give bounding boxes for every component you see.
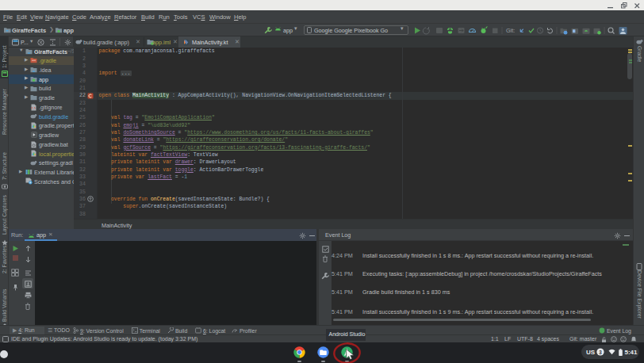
svg-text:3: 3 [599, 350, 602, 355]
svg-text:Git:: Git: [506, 27, 515, 34]
